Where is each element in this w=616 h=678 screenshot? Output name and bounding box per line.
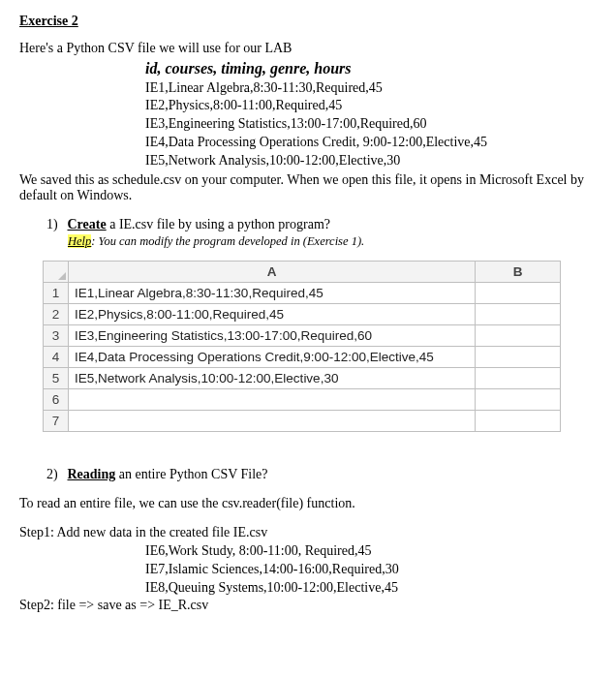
intro-text: Here's a Python CSV file we will use for… (19, 41, 597, 56)
q2-rest: an entire Python CSV File? (115, 467, 267, 481)
exercise-title: Exercise 2 (19, 14, 597, 29)
csv-line: IE1,Linear Algebra,8:30-11:30,Required,4… (145, 79, 597, 98)
question-2: 2) Reading an entire Python CSV File? (46, 467, 597, 482)
q1-help: Help: You can modify the program develop… (68, 234, 597, 249)
step1-block: IE6,Work Study, 8:00-11:00, Required,45 … (145, 542, 597, 598)
after-csv-text: We saved this as schedule.csv on your co… (19, 172, 597, 203)
cell (69, 389, 476, 411)
help-label: Help (68, 234, 91, 248)
cell: IE5,Network Analysis,10:00-12:00,Electiv… (69, 368, 476, 389)
table-row: 2 IE2,Physics,8:00-11:00,Required,45 (44, 304, 561, 325)
q2-num: 2) (46, 467, 64, 482)
cell: IE4,Data Processing Operations Credit,9:… (69, 347, 476, 368)
help-text: : You can modify the program developed i… (91, 234, 364, 248)
step1-line: IE8,Queuing Systems,10:00-12:00,Elective… (145, 579, 597, 598)
cell (476, 304, 561, 325)
excel-col-a: A (69, 262, 476, 283)
csv-line: IE4,Data Processing Operations Credit, 9… (145, 134, 597, 152)
step1-line: IE7,Islamic Sciences,14:00-16:00,Require… (145, 561, 597, 579)
csv-line: IE5,Network Analysis,10:00-12:00,Electiv… (145, 152, 597, 170)
table-row: 3 IE3,Engineering Statistics,13:00-17:00… (44, 325, 561, 347)
q1-label: Create (68, 217, 107, 231)
table-row: 1 IE1,Linear Algebra,8:30-11:30,Required… (44, 283, 561, 304)
cell (476, 347, 561, 368)
rownum: 4 (44, 347, 69, 368)
excel-col-b: B (476, 262, 561, 283)
cell: IE2,Physics,8:00-11:00,Required,45 (69, 304, 476, 325)
csv-block: id, courses, timing, genre, hours IE1,Li… (145, 58, 597, 170)
csv-line: IE2,Physics,8:00-11:00,Required,45 (145, 97, 597, 115)
cell: IE3,Engineering Statistics,13:00-17:00,R… (69, 325, 476, 347)
rownum: 7 (44, 411, 69, 432)
table-row: 7 (44, 411, 561, 432)
cell (476, 411, 561, 432)
cell (476, 283, 561, 304)
table-row: 4 IE4,Data Processing Operations Credit,… (44, 347, 561, 368)
rownum: 6 (44, 389, 69, 411)
rownum: 1 (44, 283, 69, 304)
cell (476, 389, 561, 411)
cell (476, 325, 561, 347)
rownum: 2 (44, 304, 69, 325)
table-row: 5 IE5,Network Analysis,10:00-12:00,Elect… (44, 368, 561, 389)
cell (69, 411, 476, 432)
cell (476, 368, 561, 389)
rownum: 3 (44, 325, 69, 347)
rownum: 5 (44, 368, 69, 389)
step1-line: IE6,Work Study, 8:00-11:00, Required,45 (145, 542, 597, 561)
step1-label: Step1: Add new data in the created file … (19, 525, 597, 540)
table-row: 6 (44, 389, 561, 411)
question-1: 1) Create a IE.csv file by using a pytho… (46, 217, 597, 232)
read-sentence: To read an entire file, we can use the c… (19, 496, 597, 511)
excel-corner (44, 262, 69, 283)
q2-label: Reading (68, 467, 116, 481)
q1-rest: a IE.csv file by using a python program? (107, 217, 330, 231)
cell: IE1,Linear Algebra,8:30-11:30,Required,4… (69, 283, 476, 304)
csv-header: id, courses, timing, genre, hours (145, 58, 597, 79)
excel-preview: A B 1 IE1,Linear Algebra,8:30-11:30,Requ… (43, 261, 561, 432)
csv-line: IE3,Engineering Statistics,13:00-17:00,R… (145, 115, 597, 134)
step2-label: Step2: file => save as => IE_R.csv (19, 598, 597, 613)
q1-num: 1) (46, 217, 64, 232)
